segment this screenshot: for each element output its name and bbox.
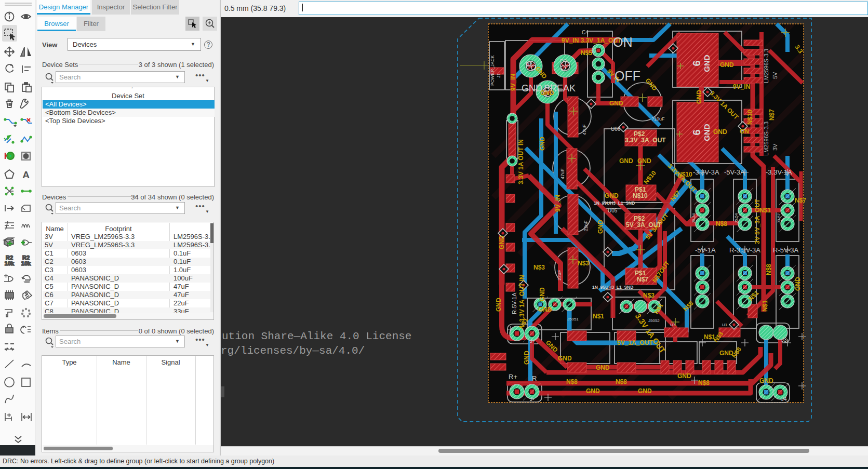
- svg-text:GN: GN: [740, 128, 749, 135]
- svg-text:N$8: N$8: [616, 378, 627, 385]
- svg-text:10k: 10k: [5, 260, 15, 266]
- svg-text:5V: 5V: [772, 72, 778, 79]
- svg-text:3.3V 1A OUT IN: 3.3V 1A OUT IN: [517, 139, 525, 184]
- svg-text:ON: ON: [613, 35, 633, 49]
- svg-text:GND: GND: [702, 55, 711, 72]
- svg-text:POWER_JACK: POWER_JACK: [490, 55, 495, 86]
- svg-text:R-5V-1A: R-5V-1A: [511, 292, 517, 314]
- svg-text:N$7: N$7: [768, 109, 776, 120]
- svg-text:OFF: OFF: [615, 69, 640, 83]
- svg-text:N$7: N$7: [795, 197, 806, 204]
- svg-text:J+: J+: [530, 338, 536, 344]
- svg-text:22nF: 22nF: [583, 220, 589, 231]
- svg-text:1N_95UH3_L1_SND: 1N_95UH3_L1_SND: [592, 285, 633, 290]
- svg-text:10k: 10k: [21, 260, 31, 266]
- svg-text:GND: GND: [596, 364, 610, 371]
- svg-text:GND: GND: [713, 128, 727, 136]
- svg-text:GND: GND: [637, 157, 651, 165]
- svg-text:GND: GND: [558, 355, 572, 362]
- svg-text:47uF: 47uF: [582, 124, 587, 135]
- svg-text:GND: GND: [523, 351, 530, 365]
- svg-text:GND: GND: [522, 83, 542, 93]
- svg-text:rg/licenses/by—sa/4.0/: rg/licenses/by—sa/4.0/: [221, 345, 365, 357]
- svg-text:U7: U7: [670, 323, 676, 327]
- svg-text:GND: GND: [720, 61, 734, 69]
- svg-text:J-: J-: [530, 396, 534, 402]
- svg-text:BREAK: BREAK: [544, 83, 576, 93]
- svg-text:1N_99UH3_L1_SND: 1N_99UH3_L1_SND: [594, 200, 635, 206]
- svg-text:N$7: N$7: [637, 276, 648, 283]
- svg-text:N$3: N$3: [578, 260, 589, 267]
- svg-text:U05: U05: [608, 208, 618, 213]
- svg-text:N$3: N$3: [533, 264, 545, 271]
- svg-text:GND: GND: [539, 287, 546, 301]
- svg-text:D2: D2: [526, 62, 532, 68]
- svg-text:N$1: N$1: [759, 207, 771, 214]
- svg-text:9V_IN: 9V_IN: [554, 195, 562, 212]
- svg-text:R-5V-3A: R-5V-3A: [773, 246, 798, 254]
- svg-text:GND: GND: [605, 192, 619, 199]
- svg-text:GND: GND: [495, 298, 502, 312]
- svg-text:GND: GND: [538, 306, 552, 313]
- svg-text:U06: U06: [611, 126, 621, 132]
- svg-text:9V_IN: 9V_IN: [733, 83, 750, 90]
- svg-text:S?: S?: [592, 47, 597, 53]
- svg-text:3V 5V_3A_OUT: 3V 5V_3A_OUT: [754, 199, 761, 244]
- svg-text:N$5: N$5: [581, 49, 592, 57]
- svg-text:A: A: [22, 169, 30, 180]
- svg-text:N$8: N$8: [716, 220, 727, 227]
- svg-text:R+: R+: [509, 373, 517, 381]
- svg-text:GND: GND: [586, 387, 600, 395]
- svg-text:GND: GND: [794, 277, 802, 291]
- svg-text:J4: J4: [781, 396, 787, 402]
- svg-text:R: R: [532, 374, 537, 382]
- svg-text:3.3V 1A_OUT IN: 3.3V 1A_OUT IN: [518, 275, 526, 322]
- svg-text:9V_IN: 9V_IN: [510, 74, 517, 91]
- svg-text:N$8: N$8: [765, 264, 772, 275]
- svg-text:N$1: N$1: [762, 300, 769, 312]
- svg-text:GND: GND: [597, 220, 604, 234]
- svg-text:6: 6: [691, 129, 702, 135]
- svg-text:J6.34: J6.34: [691, 213, 696, 223]
- svg-text:GND: GND: [702, 124, 711, 141]
- svg-text:GND: GND: [638, 387, 652, 395]
- svg-text:3V: 3V: [772, 143, 778, 151]
- svg-text:GND: GND: [759, 377, 773, 384]
- svg-text:N$8: N$8: [698, 379, 710, 386]
- svg-text:-3.3V-3A: -3.3V-3A: [693, 168, 719, 176]
- svg-text:47uF: 47uF: [560, 168, 565, 179]
- svg-text:J5051: J5051: [567, 317, 579, 321]
- svg-text:C4: C4: [582, 30, 589, 35]
- svg-text:N$10: N$10: [746, 110, 754, 125]
- svg-text:J1: J1: [496, 73, 501, 78]
- svg-text:3.3V_3A_OUT: 3.3V_3A_OUT: [625, 137, 666, 144]
- svg-text:GND: GND: [539, 137, 546, 151]
- svg-text:GND: GND: [609, 100, 623, 107]
- svg-text:LM2596S-3.3: LM2596S-3.3: [763, 122, 769, 156]
- svg-text:J3: J3: [781, 337, 787, 343]
- svg-text:?10uF: ?10uF: [651, 116, 665, 122]
- svg-text:GND: GND: [696, 90, 703, 104]
- svg-text:-5V-1A: -5V-1A: [695, 246, 716, 254]
- svg-text:J5.54: J5.54: [734, 213, 739, 223]
- svg-text:J3.57: J3.57: [777, 213, 781, 223]
- svg-text:GND: GND: [719, 350, 733, 357]
- svg-text:ution Share—Alike 4.0 License: ution Share—Alike 4.0 License: [222, 330, 411, 342]
- svg-text:5V_1A_OUT: 5V_1A_OUT: [617, 339, 653, 346]
- svg-text:D?: D?: [560, 59, 567, 64]
- svg-text:GND: GND: [677, 372, 691, 380]
- svg-text:U1: U1: [722, 323, 728, 327]
- svg-text:22uF: 22uF: [557, 270, 562, 280]
- svg-text:6: 6: [691, 60, 702, 66]
- svg-text:GND: GND: [498, 235, 505, 249]
- svg-text:GND: GND: [619, 157, 633, 165]
- svg-text:N$10: N$10: [633, 192, 648, 199]
- svg-text:N$1: N$1: [593, 313, 604, 320]
- svg-text:5V_3A_OUT: 5V_3A_OUT: [626, 221, 662, 229]
- svg-text:N$3: N$3: [643, 292, 655, 299]
- svg-text:LM2596S-3.3: LM2596S-3.3: [763, 49, 769, 83]
- svg-text:N$8: N$8: [566, 378, 578, 385]
- svg-text:J5052: J5052: [648, 318, 660, 323]
